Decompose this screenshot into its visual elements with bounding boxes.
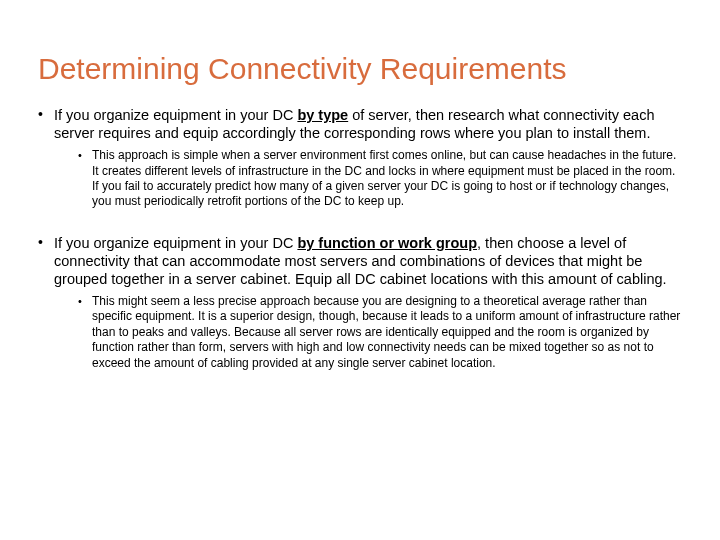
slide-title: Determining Connectivity Requirements — [38, 52, 682, 86]
bullet-text-emph: by function or work group — [297, 235, 477, 251]
bullet-text-pre: If you organize equipment in your DC — [54, 235, 297, 251]
sub-bullet-item: This might seem a less precise approach … — [78, 294, 682, 371]
slide: Determining Connectivity Requirements If… — [0, 0, 720, 540]
bullet-item: If you organize equipment in your DC by … — [38, 234, 682, 371]
bullet-item: If you organize equipment in your DC by … — [38, 106, 682, 210]
sub-bullet-list: This might seem a less precise approach … — [54, 294, 682, 371]
bullet-list: If you organize equipment in your DC by … — [38, 106, 682, 371]
sub-bullet-item: This approach is simple when a server en… — [78, 148, 682, 209]
sub-bullet-list: This approach is simple when a server en… — [54, 148, 682, 209]
bullet-text-pre: If you organize equipment in your DC — [54, 107, 297, 123]
bullet-text-emph: by type — [297, 107, 348, 123]
